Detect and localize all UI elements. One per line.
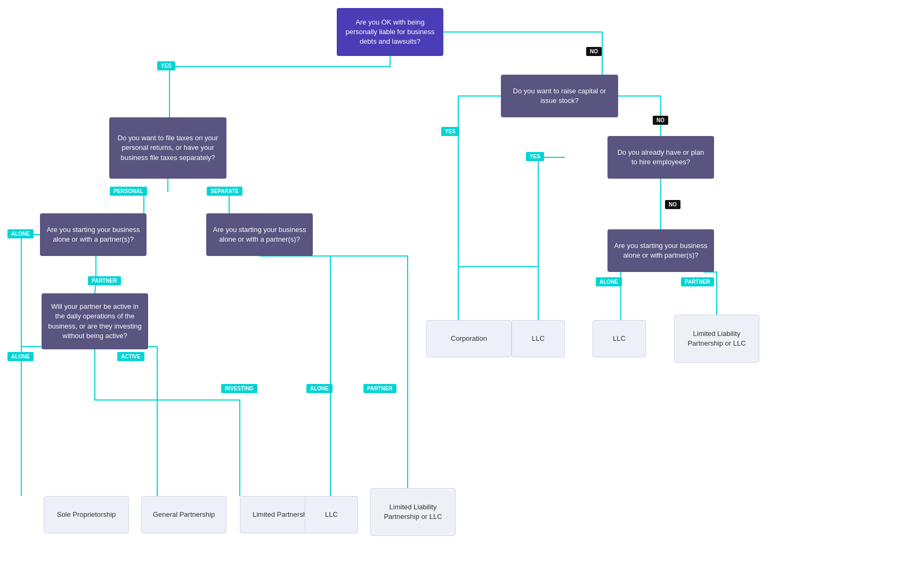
result-llc-stock: LLC xyxy=(512,320,565,357)
result-general-partnership: General Partnership xyxy=(141,496,226,533)
q3-alone-partner-sep: Are you starting your business alone or … xyxy=(206,213,313,256)
partner-far-label: PARTNER xyxy=(681,277,714,286)
personal-label: PERSONAL xyxy=(110,187,147,196)
alone-mid-label: ALONE xyxy=(306,384,333,393)
partner-mid-label: PARTNER xyxy=(363,384,396,393)
no-q6-label: NO xyxy=(665,200,680,209)
result-llp-or-llc-left: Limited Liability Partnership or LLC xyxy=(370,488,456,536)
result-sole-proprietorship: Sole Proprietorship xyxy=(44,496,129,533)
q2-alone-partner-left: Are you starting your business alone or … xyxy=(40,213,147,256)
q4-partner-active: Will your partner be active in the daily… xyxy=(42,293,148,349)
q7-alone-partner: Are you starting your business alone or … xyxy=(607,229,714,272)
q5-raise-capital: Do you want to raise capital or issue st… xyxy=(501,75,618,117)
flowchart: Are you OK with being personally liable … xyxy=(0,0,924,568)
no-q5-label: NO xyxy=(653,116,668,125)
alone-q4-label: ALONE xyxy=(7,352,34,361)
yes-mid-label: YES xyxy=(526,152,544,161)
partner-left-label: PARTNER xyxy=(88,276,121,285)
alone-far-label: ALONE xyxy=(596,277,622,286)
result-llc-alone: LLC xyxy=(593,320,646,357)
investing-label: INVESTING xyxy=(221,384,257,393)
active-label: ACTIVE xyxy=(117,352,144,361)
yes-q5-label: YES xyxy=(441,127,459,136)
alone-left-label: ALONE xyxy=(7,229,34,238)
q1-taxes: Do you want to file taxes on your person… xyxy=(109,117,226,179)
separate-label: SEPARATE xyxy=(207,187,242,196)
no-right-label: NO xyxy=(586,47,602,56)
root-question: Are you OK with being personally liable … xyxy=(337,8,443,56)
yes-left-label: YES xyxy=(157,61,175,70)
q6-employees: Do you already have or plan to hire empl… xyxy=(607,136,714,179)
result-corporation: Corporation xyxy=(426,320,512,357)
result-llp-or-llc-right: Limited Liability Partnership or LLC xyxy=(674,315,759,363)
result-llc-alone-sep: LLC xyxy=(305,496,358,533)
